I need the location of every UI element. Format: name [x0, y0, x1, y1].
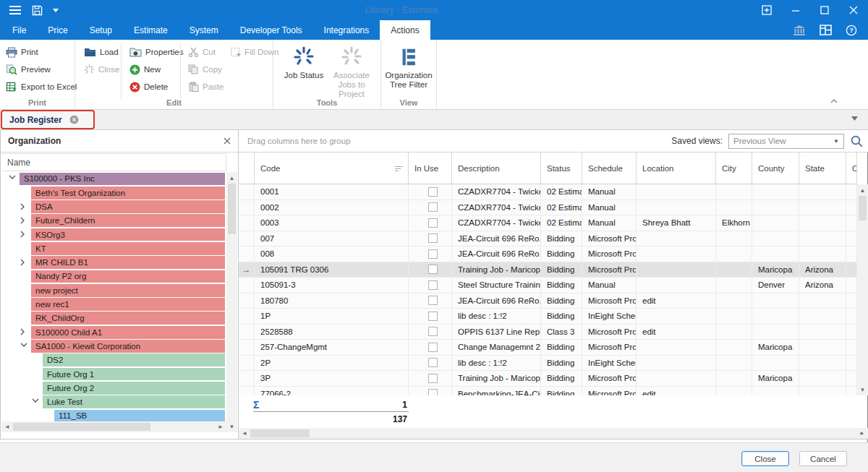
in-use-checkbox[interactable] — [409, 356, 452, 371]
tree-item-s100000-child-a1[interactable]: S100000 Child A1 — [1, 325, 226, 339]
chevron-right-icon[interactable] — [20, 259, 27, 266]
menu-tab-integrations[interactable]: Integrations — [313, 20, 380, 40]
menu-tab-developer-tools[interactable]: Developer Tools — [229, 20, 313, 40]
grid-row-1p[interactable]: 1Plib desc : 1:!2BiddingInEight Sched... — [239, 309, 857, 325]
column-header-in_use[interactable]: In Use — [409, 153, 452, 184]
checkbox-icon[interactable] — [428, 389, 438, 395]
tree-column-header-name[interactable]: Name — [1, 153, 226, 171]
checkbox-icon[interactable] — [428, 327, 438, 336]
menu-tab-actions[interactable]: Actions — [380, 20, 430, 40]
menu-tab-setup[interactable]: Setup — [79, 20, 123, 40]
scroll-down-icon[interactable]: ▼ — [857, 385, 868, 394]
checkbox-icon[interactable] — [428, 202, 438, 212]
ribbon-button-export-to-excel[interactable]: Export to Excel — [3, 79, 77, 95]
checkbox-icon[interactable] — [428, 358, 438, 367]
tree-item-future-org-1[interactable]: Future Org 1 — [1, 367, 226, 381]
saved-views-dropdown[interactable]: Previous View ▼ — [728, 134, 844, 149]
tab-close-icon[interactable] — [69, 115, 79, 124]
grid-row-2528588[interactable]: 2528588OPPIS 6137 Line Repl...Class 3Mic… — [239, 325, 857, 340]
grid-row-105091-3[interactable]: 105091-3Steel Structure Trainin...Biddin… — [239, 278, 857, 293]
close-icon[interactable] — [839, 0, 868, 20]
x-icon[interactable] — [224, 137, 231, 145]
grid-row-0002[interactable]: 0002CZADXR7704 - Twicke...02 Estima...Ma… — [239, 200, 857, 216]
in-use-checkbox[interactable] — [409, 293, 452, 309]
scroll-up-icon[interactable]: ▲ — [226, 173, 237, 182]
grid-vertical-scrollbar[interactable]: ▲▼ — [857, 184, 868, 395]
tree-item-future-org-2[interactable]: Future Org 2 — [1, 381, 226, 395]
scrollbar-thumb[interactable] — [250, 429, 310, 437]
checkbox-icon[interactable] — [428, 296, 438, 305]
scroll-up-icon[interactable]: ▲ — [857, 186, 868, 194]
grid-row-3p[interactable]: 3PTraining Job - Maricop...BiddingMicros… — [239, 371, 857, 387]
in-use-checkbox[interactable] — [409, 246, 452, 262]
layout-icon[interactable] — [814, 21, 836, 40]
grid-horizontal-scrollbar[interactable]: ◄► — [239, 428, 868, 439]
grid-row-008[interactable]: 008JEA-Circuit 696 ReRo...BiddingMicroso… — [239, 246, 857, 262]
checkbox-icon[interactable] — [428, 218, 438, 228]
grid-row-0001[interactable]: 0001CZADXR7704 - Twicke...02 Estima...Ma… — [239, 184, 857, 200]
grid-row-180780[interactable]: 180780JEA-Circuit 696 ReRo...BiddingMicr… — [239, 293, 857, 309]
in-use-checkbox[interactable] — [409, 278, 452, 293]
scrollbar-thumb[interactable] — [228, 184, 236, 234]
grid-row-0003[interactable]: 0003CZADXR7704 - Twicke...02 Estima...Ma… — [239, 215, 857, 231]
ribbon-button-preview[interactable]: Preview — [3, 61, 51, 77]
tree-item-rk-childorg[interactable]: RK_ChildOrg — [1, 312, 226, 325]
in-use-checkbox[interactable] — [409, 309, 452, 324]
in-use-checkbox[interactable] — [409, 215, 452, 231]
column-header-county[interactable]: County — [752, 153, 799, 184]
tree-item-ds2[interactable]: DS2 — [1, 353, 226, 367]
tree-item-new-project[interactable]: new project — [1, 283, 226, 297]
grid-row-77066-2[interactable]: 77066-2Benchmarking-JEA-Cir...BiddingMic… — [239, 387, 857, 396]
tree-item-beth-s-test-organization[interactable]: Beth's Test Organization — [1, 186, 226, 199]
tree-item-ksorg3[interactable]: KSOrg3 — [1, 228, 226, 241]
in-use-checkbox[interactable] — [409, 231, 452, 246]
checkbox-icon[interactable] — [428, 233, 438, 243]
menu-tab-file[interactable]: File — [1, 20, 37, 40]
ribbon-button-new[interactable]: New — [127, 61, 161, 77]
tree-item-sa1000-kiewit-corporation[interactable]: SA1000 - Kiewit Corporation — [1, 340, 226, 353]
tree-item-luke-test[interactable]: Luke Test — [1, 395, 226, 409]
checkbox-icon[interactable] — [428, 343, 438, 352]
tree-vertical-scrollbar[interactable]: ▲▼ — [226, 172, 237, 432]
close-button[interactable]: Close — [741, 451, 789, 466]
grid-row-105091-trg-0306[interactable]: →105091 TRG 0306Training Job - Maricop..… — [239, 262, 857, 278]
caret-down-icon[interactable] — [851, 116, 858, 121]
menu-tab-system[interactable]: System — [179, 20, 229, 40]
tree-item-s100000-pks-inc[interactable]: S100000 - PKS Inc — [1, 172, 226, 186]
tab-job-register[interactable]: Job Register — [2, 115, 86, 125]
tree-item-mr-child-b1[interactable]: MR CHILD B1 — [1, 256, 226, 270]
cancel-button[interactable]: Cancel — [799, 451, 847, 466]
tree-item-dsa[interactable]: DSA — [1, 200, 226, 214]
in-use-checkbox[interactable] — [409, 200, 452, 215]
checkbox-icon[interactable] — [428, 280, 438, 290]
column-header-location[interactable]: Location — [637, 153, 716, 184]
column-header-schedule[interactable]: Schedule — [582, 153, 637, 184]
chevron-right-icon[interactable] — [20, 203, 27, 210]
checkbox-icon[interactable] — [428, 265, 438, 274]
ribbon-button-load[interactable]: Load — [81, 44, 119, 60]
in-use-checkbox[interactable] — [409, 184, 452, 199]
tree-item-future-childern[interactable]: Future_Childern — [1, 214, 226, 228]
ribbon-button-properties[interactable]: Properties — [127, 44, 183, 60]
checkbox-icon[interactable] — [428, 187, 438, 197]
menu-tab-price[interactable]: Price — [37, 20, 78, 40]
chevron-right-icon[interactable] — [20, 328, 27, 335]
checkbox-icon[interactable] — [428, 249, 438, 259]
column-header-co[interactable]: Co — [846, 153, 857, 184]
grid-row-2p[interactable]: 2Plib desc : 1:!2BiddingInEight Sched... — [239, 356, 857, 372]
ribbon-button-print[interactable]: Print — [3, 44, 38, 60]
scroll-right-icon[interactable]: ► — [858, 428, 867, 439]
save-icon[interactable] — [32, 5, 43, 16]
add-window-icon[interactable] — [752, 0, 781, 20]
column-header-city[interactable]: City — [716, 153, 752, 184]
chevron-up-icon[interactable] — [830, 99, 838, 103]
hamburger-icon[interactable] — [9, 5, 22, 15]
in-use-checkbox[interactable] — [409, 262, 452, 278]
column-header-code[interactable]: Code — [255, 153, 409, 184]
scroll-down-icon[interactable]: ▼ — [226, 422, 237, 431]
caret-down-icon[interactable] — [53, 9, 59, 12]
in-use-checkbox[interactable] — [409, 340, 452, 355]
scrollbar-thumb[interactable] — [13, 423, 150, 431]
in-use-checkbox[interactable] — [409, 325, 452, 340]
maximize-icon[interactable] — [810, 0, 839, 20]
